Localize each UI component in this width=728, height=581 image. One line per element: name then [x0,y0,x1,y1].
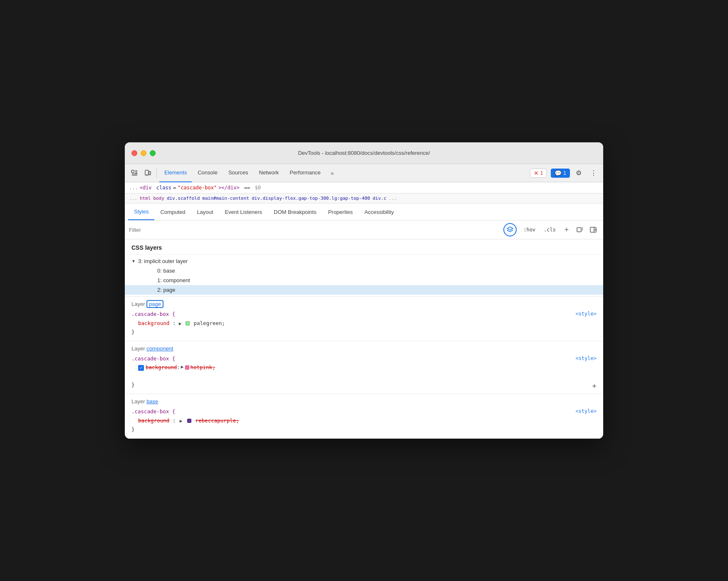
css-close-brace-3: } [131,426,135,432]
layer-link-base[interactable]: base [146,398,158,405]
error-badge[interactable]: ✕ 1 [530,169,547,178]
filter-bar: :hov .cls + [125,221,603,239]
css-selector-base: .cascade-box { [131,408,175,415]
cls-filter-button[interactable]: .cls [540,225,559,234]
tab-computed[interactable]: Computed [154,204,191,220]
bc-trailing-ellipsis: ... [389,196,397,201]
tab-event-listeners[interactable]: Event Listeners [219,204,268,220]
bc-body[interactable]: body [153,196,164,201]
layer-item-implicit[interactable]: ▼ 3: implicit outer layer [125,256,603,266]
css-layers-header: CSS layers [125,239,603,255]
css-source-component[interactable]: <style> [575,354,597,363]
more-tabs-button[interactable]: » [327,167,338,179]
bc-html[interactable]: html [140,196,151,201]
settings-button[interactable]: ⚙ [572,167,585,179]
css-declaration-base: background : ▶ rebeccapurple; [138,417,239,424]
maximize-button[interactable] [150,150,156,156]
css-source-page[interactable]: <style> [575,310,597,318]
arrow-expand-icon-2[interactable]: ▶ [181,363,184,371]
layer-item-base[interactable]: 0: base [125,266,603,276]
tab-properties[interactable]: Properties [322,204,359,220]
css-rule-base: <style> .cascade-box { background : ▶ re… [131,407,597,434]
layer-label-base: 0: base [157,268,175,274]
css-rule-component: <style> .cascade-box { ✓ background : ▶ … [131,354,597,390]
color-swatch-hotpink[interactable] [185,365,189,370]
traffic-lights [131,150,156,156]
info-badge[interactable]: 💬 1 [551,169,570,178]
css-declaration-page: background : ▶ palegreen; [138,320,225,326]
layer-label-component: 1: component [157,277,190,283]
device-toggle-button[interactable] [141,167,154,179]
inspector-icon-button[interactable] [128,167,141,179]
tab-console[interactable]: Console [193,164,223,182]
dom-attr-name: class [156,185,171,191]
css-section-page: Layer page <style> .cascade-box { backgr… [125,297,603,341]
ellipsis-vertical-icon: ⋮ [590,169,597,177]
layers-filter-button[interactable] [503,223,517,236]
color-swatch-rebeccapurple[interactable] [187,419,191,423]
add-declaration-button[interactable]: + [592,382,597,390]
layer-tree: ▼ 3: implicit outer layer 0: base 1: com… [125,255,603,297]
layer-item-page[interactable]: 2: page [125,285,603,295]
info-count: 1 [563,170,566,176]
css-section-component: Layer component <style> .cascade-box { ✓… [125,341,603,395]
dom-eq-sign: == [241,185,253,191]
css-close-brace: } [131,329,135,335]
css-value-palegreen: palegreen; [194,320,225,326]
minimize-button[interactable] [141,150,146,156]
dom-attr-eq: = [173,185,176,191]
layer-prefix-text-2: Layer [131,345,146,352]
layer-prefix-text: Layer [131,301,146,307]
toggle-sidebar-button[interactable] [587,224,599,236]
window-title: DevTools - localhost:8080/docs/devtools/… [298,150,430,156]
bc-div-c[interactable]: div.c [373,196,386,201]
gear-icon: ⚙ [576,169,582,177]
bc-div-scaffold[interactable]: div.scaffold [167,196,200,201]
css-section-base: Layer base <style> .cascade-box { backgr… [125,394,603,438]
layer-link-page[interactable]: page [146,300,163,308]
bc-div-flex[interactable]: div.display-flex.gap-top-300.lg:gap-top-… [252,196,370,201]
chevron-down-icon: ▼ [131,259,136,263]
more-options-button[interactable]: ⋮ [587,167,600,179]
add-style-button[interactable]: + [561,224,572,236]
breadcrumb-bar: ... html body div.scaffold main#main-con… [125,194,603,204]
svg-rect-13 [590,227,596,232]
dom-path-ellipsis: ... [129,185,138,191]
css-selector-component: .cascade-box { [131,355,175,362]
dom-dollar-sign: $0 [255,185,261,191]
layer-item-component[interactable]: 1: component [125,276,603,285]
css-prop-bg-component: background [146,363,177,372]
error-icon: ✕ [534,170,539,176]
devtools-window: DevTools - localhost:8080/docs/devtools/… [125,142,603,438]
tab-dom-breakpoints[interactable]: DOM Breakpoints [268,204,322,220]
titlebar: DevTools - localhost:8080/docs/devtools/… [125,142,603,164]
css-prop-checkbox[interactable]: ✓ [138,365,144,371]
css-rule-page: <style> .cascade-box { background : ▶ pa… [131,310,597,336]
tab-elements[interactable]: Elements [159,164,192,182]
toolbar-right-actions: ✕ 1 💬 1 ⚙ ⋮ [528,167,600,179]
svg-rect-7 [149,171,151,175]
css-source-base[interactable]: <style> [575,407,597,415]
tab-network[interactable]: Network [254,164,284,182]
info-icon: 💬 [555,170,562,176]
layer-prefix-text-3: Layer [131,398,146,405]
layer-link-component[interactable]: component [146,345,173,352]
tab-performance[interactable]: Performance [285,164,325,182]
tab-accessibility[interactable]: Accessibility [359,204,400,220]
bc-main[interactable]: main#main-content [202,196,249,201]
tab-styles[interactable]: Styles [128,204,154,220]
tab-sources[interactable]: Sources [223,164,253,182]
toolbar-separator [156,168,157,178]
css-value-rebeccapurple: rebeccapurple; [196,417,239,424]
close-button[interactable] [131,150,137,156]
layer-label-page: 2: page [157,287,175,293]
new-style-rule-button[interactable] [574,224,586,236]
arrow-expand-icon[interactable]: ▶ [179,321,182,326]
tab-layout[interactable]: Layout [191,204,219,220]
hov-filter-button[interactable]: :hov [520,225,539,234]
css-layers-title: CSS layers [131,244,162,251]
filter-input[interactable] [129,227,500,233]
layer-label-implicit: 3: implicit outer layer [138,258,188,264]
color-swatch-palegreen[interactable] [186,321,190,325]
arrow-expand-icon-3[interactable]: ▶ [180,418,183,424]
